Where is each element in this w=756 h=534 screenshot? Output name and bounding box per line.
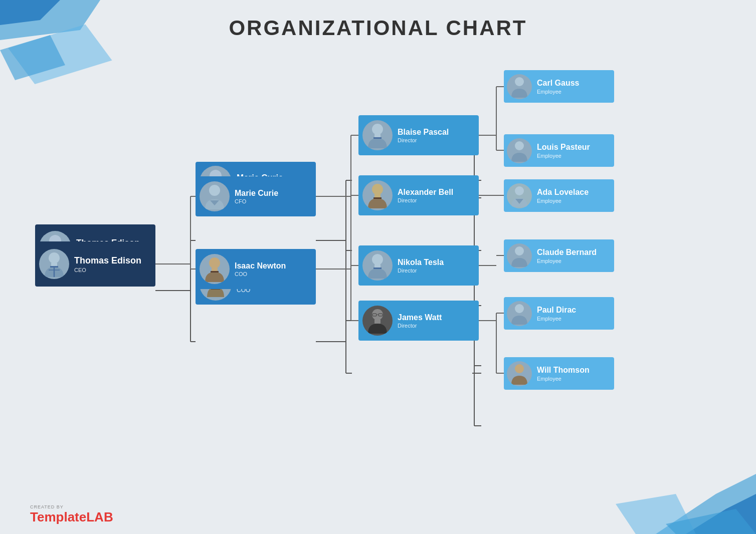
bell-avatar [362, 180, 393, 210]
bell-role: Director [398, 197, 453, 203]
claude-avatar [507, 243, 532, 269]
tesla-text: Nikola Tesla Director [398, 257, 444, 274]
svg-point-79 [372, 254, 383, 265]
ada-avatar [507, 183, 532, 208]
svg-rect-66 [50, 266, 58, 268]
ada-name: Ada Lovelace [537, 187, 589, 198]
footer: CREATED BY TemplateLAB [30, 504, 113, 525]
pascal-role: Director [398, 137, 449, 143]
svg-marker-7 [666, 509, 756, 534]
brand-part2: LAB [86, 509, 113, 524]
page-title: ORGANIZATIONAL CHART [0, 16, 756, 40]
claude-text: Claude Bernard Employee [537, 247, 597, 264]
emp-gauss-node: Carl Gauss Employee [504, 70, 614, 103]
paul-name: Paul Dirac [537, 305, 576, 316]
brand-part1: Template [30, 509, 86, 524]
paul-text: Paul Dirac Employee [537, 305, 576, 322]
cfo-avatar [200, 181, 230, 211]
svg-point-69 [209, 185, 220, 196]
director-tesla-node: Nikola Tesla Director [358, 245, 479, 286]
pasteur-text: Louis Pasteur Employee [537, 142, 590, 159]
svg-rect-78 [373, 197, 382, 199]
will-avatar [507, 361, 532, 386]
claude-name: Claude Bernard [537, 247, 597, 258]
svg-point-87 [515, 77, 524, 86]
ceo-name: Thomas Edison [74, 255, 141, 266]
svg-point-64 [49, 252, 60, 263]
claude-role: Employee [537, 258, 597, 264]
svg-point-89 [515, 186, 524, 195]
bell-name: Alexander Bell [398, 187, 453, 198]
cfo-role: CFO [235, 198, 278, 204]
svg-marker-5 [686, 494, 756, 534]
pascal-text: Blaise Pascal Director [398, 127, 449, 144]
watt-role: Director [398, 323, 442, 329]
svg-point-90 [515, 246, 524, 255]
gauss-name: Carl Gauss [537, 78, 579, 89]
pascal-name: Blaise Pascal [398, 127, 449, 138]
svg-rect-72 [211, 271, 219, 273]
coo-text: Isaac Newton COO [235, 261, 286, 278]
will-name: Will Thomson [537, 365, 590, 376]
watt-text: James Watt Director [398, 313, 442, 329]
svg-point-88 [515, 141, 524, 150]
svg-point-70 [209, 257, 220, 269]
gauss-avatar [507, 74, 532, 99]
bell-text: Alexander Bell Director [398, 187, 453, 204]
tesla-name: Nikola Tesla [398, 257, 444, 268]
pasteur-avatar [507, 138, 532, 163]
ada-role: Employee [537, 198, 589, 204]
ceo-node: Thomas Edison CEO [35, 241, 155, 287]
gauss-text: Carl Gauss Employee [537, 78, 579, 95]
svg-marker-6 [616, 494, 696, 534]
svg-rect-83 [374, 320, 381, 324]
ada-text: Ada Lovelace Employee [537, 187, 589, 204]
emp-pasteur-node: Louis Pasteur Employee [504, 134, 614, 167]
director-bell-node: Alexander Bell Director [358, 175, 479, 215]
coo-node: Isaac Newton COO [196, 249, 316, 289]
ceo-role: CEO [74, 267, 141, 273]
gauss-role: Employee [537, 89, 579, 95]
coo-name: Isaac Newton [235, 261, 286, 272]
svg-point-91 [515, 304, 524, 313]
tesla-role: Director [398, 268, 444, 274]
svg-point-76 [372, 184, 383, 195]
svg-rect-81 [373, 268, 382, 269]
coo-role: COO [235, 271, 286, 277]
emp-will-node: Will Thomson Employee [504, 357, 614, 390]
tesla-avatar [362, 250, 393, 281]
paul-role: Employee [537, 316, 576, 322]
footer-created-by: CREATED BY [30, 504, 113, 509]
cfo-text: Marie Curie CFO [235, 188, 278, 205]
pasteur-role: Employee [537, 153, 590, 159]
will-role: Employee [537, 376, 590, 382]
emp-claude-node: Claude Bernard Employee [504, 239, 614, 272]
will-text: Will Thomson Employee [537, 365, 590, 382]
ceo-text: Thomas Edison CEO [74, 255, 141, 273]
director-watt-node: James Watt Director [358, 301, 479, 341]
footer-brand: TemplateLAB [30, 509, 113, 525]
watt-avatar [362, 306, 393, 336]
director-pascal-node: Blaise Pascal Director [358, 115, 479, 155]
svg-point-73 [372, 124, 383, 135]
cfo-name: Marie Curie [235, 188, 278, 199]
pasteur-name: Louis Pasteur [537, 142, 590, 153]
ceo-avatar [39, 249, 69, 279]
paul-avatar [507, 301, 532, 326]
emp-paul-node: Paul Dirac Employee [504, 297, 614, 330]
cfo-node: Marie Curie CFO [196, 176, 316, 216]
watt-name: James Watt [398, 313, 442, 323]
svg-rect-75 [373, 137, 382, 139]
pascal-avatar [362, 120, 393, 150]
emp-ada-node: Ada Lovelace Employee [504, 179, 614, 212]
svg-point-92 [515, 364, 524, 373]
coo-avatar [200, 254, 230, 284]
